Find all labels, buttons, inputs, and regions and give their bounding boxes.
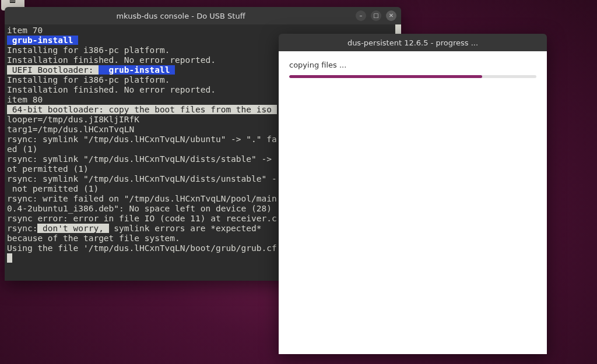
progress-titlebar[interactable]: dus-persistent 12.6.5 - progress ...	[279, 34, 547, 51]
console-titlebar[interactable]: mkusb-dus console - Do USB Stuff – □ ✕	[5, 7, 401, 24]
maximize-button[interactable]: □	[371, 10, 381, 21]
progress-body: copying files ...	[279, 51, 547, 354]
uefi-bootloader-label: UEFI Bootloader:	[7, 65, 99, 75]
close-button[interactable]: ✕	[386, 10, 396, 21]
terminal-cursor	[7, 253, 12, 263]
progress-window: dus-persistent 12.6.5 - progress ... cop…	[279, 34, 547, 354]
progress-bar	[289, 75, 536, 78]
progress-fill	[289, 75, 482, 78]
progress-title: dus-persistent 12.6.5 - progress ...	[279, 38, 547, 47]
dont-worry-label: don't worry,	[37, 224, 108, 233]
grub-install-highlight: grub-install	[99, 65, 175, 75]
bootloader-step-label: 64-bit bootloader: copy the boot files f…	[7, 105, 277, 114]
progress-status-text: copying files ...	[289, 61, 536, 69]
grub-install-highlight: grub-install	[7, 36, 78, 45]
console-title: mkusb-dus console - Do USB Stuff	[10, 12, 351, 20]
minimize-button[interactable]: –	[356, 10, 366, 21]
